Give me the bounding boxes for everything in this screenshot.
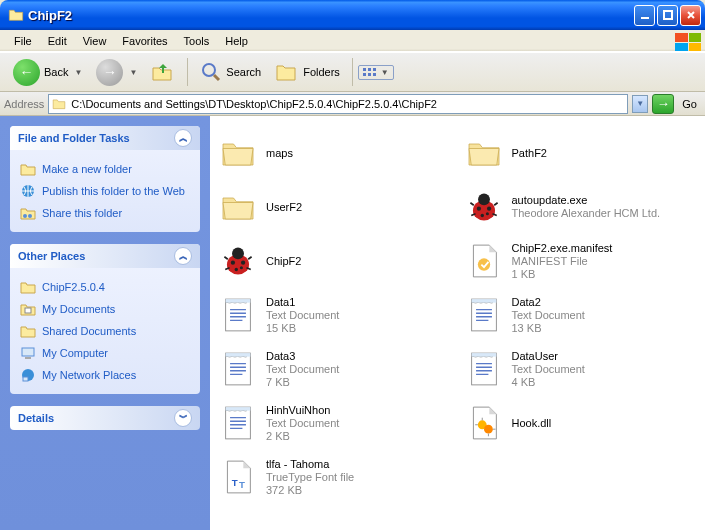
svg-rect-30 — [471, 353, 496, 385]
svg-point-12 — [478, 193, 490, 205]
svg-rect-10 — [23, 377, 28, 381]
file-name: PathF2 — [512, 147, 547, 160]
menu-view[interactable]: View — [75, 33, 115, 49]
file-item[interactable]: DataUserText Document4 KB — [462, 344, 700, 394]
file-item[interactable]: TTtlfa - TahomaTrueType Font file372 KB — [216, 452, 454, 502]
svg-point-21 — [235, 268, 238, 271]
place-item[interactable]: My Computer — [20, 342, 190, 364]
back-button[interactable]: ← Back ▼ — [6, 55, 89, 90]
go-label: Go — [678, 98, 701, 110]
file-item[interactable]: Hook.dll — [462, 398, 700, 448]
svg-rect-27 — [471, 299, 496, 303]
menu-bar: File Edit View Favorites Tools Help — [0, 30, 705, 52]
svg-point-16 — [485, 212, 488, 215]
file-folder-tasks-header[interactable]: File and Folder Tasks ︽ — [10, 126, 200, 150]
close-button[interactable] — [680, 5, 701, 26]
task-label: Publish this folder to the Web — [42, 185, 185, 197]
folder-icon — [20, 161, 36, 177]
svg-point-2 — [203, 64, 215, 76]
address-dropdown[interactable]: ▼ — [632, 95, 648, 113]
go-button[interactable]: → — [652, 94, 674, 114]
file-item[interactable]: ChipF2.exe.manifestMANIFEST File1 KB — [462, 236, 700, 286]
svg-point-18 — [232, 247, 244, 259]
expand-icon: ︾ — [174, 409, 192, 427]
file-item[interactable]: HinhVuiNhonText Document2 KB — [216, 398, 454, 448]
network-icon — [20, 367, 36, 383]
other-places-panel: Other Places ︽ ChipF2.5.0.4My DocumentsS… — [10, 244, 200, 394]
svg-rect-29 — [226, 353, 251, 357]
svg-point-14 — [486, 207, 490, 211]
task-item[interactable]: Share this folder — [20, 202, 190, 224]
file-name: tlfa - Tahoma — [266, 458, 354, 471]
place-item[interactable]: My Documents — [20, 298, 190, 320]
search-label: Search — [226, 66, 261, 78]
svg-rect-0 — [641, 17, 649, 19]
menu-help[interactable]: Help — [217, 33, 256, 49]
forward-button[interactable]: → ▼ — [89, 55, 144, 90]
task-label: Share this folder — [42, 207, 122, 219]
share-icon — [20, 205, 36, 221]
file-item[interactable]: autoupdate.exeTheodore Alexander HCM Ltd… — [462, 182, 700, 232]
text-icon — [464, 295, 504, 335]
bug-icon — [464, 187, 504, 227]
panel-title: Other Places — [18, 250, 85, 262]
task-label: My Computer — [42, 347, 108, 359]
file-name: Hook.dll — [512, 417, 552, 430]
file-item[interactable]: ChipF2 — [216, 236, 454, 286]
address-input[interactable] — [67, 98, 625, 110]
task-item[interactable]: Publish this folder to the Web — [20, 180, 190, 202]
folders-button[interactable]: Folders — [268, 58, 347, 86]
svg-point-23 — [477, 258, 489, 270]
folder-icon — [51, 97, 67, 111]
details-header[interactable]: Details ︾ — [10, 406, 200, 430]
place-item[interactable]: Shared Documents — [20, 320, 190, 342]
menu-favorites[interactable]: Favorites — [114, 33, 175, 49]
file-subtext: Text Document — [266, 417, 339, 430]
file-item[interactable]: Data3Text Document7 KB — [216, 344, 454, 394]
other-places-header[interactable]: Other Places ︽ — [10, 244, 200, 268]
menu-edit[interactable]: Edit — [40, 33, 75, 49]
task-label: Shared Documents — [42, 325, 136, 337]
file-item[interactable]: Data1Text Document15 KB — [216, 290, 454, 340]
body: File and Folder Tasks ︽ Make a new folde… — [0, 116, 705, 530]
separator — [352, 58, 353, 86]
search-button[interactable]: Search — [193, 57, 268, 87]
task-label: Make a new folder — [42, 163, 132, 175]
place-item[interactable]: ChipF2.5.0.4 — [20, 276, 190, 298]
file-item[interactable]: Data2Text Document13 KB — [462, 290, 700, 340]
file-subtext: MANIFEST File — [512, 255, 613, 268]
folder-icon — [20, 323, 36, 339]
svg-point-19 — [231, 261, 235, 265]
svg-point-4 — [23, 214, 27, 218]
minimize-button[interactable] — [634, 5, 655, 26]
address-input-wrapper[interactable] — [48, 94, 628, 114]
file-item[interactable]: maps — [216, 128, 454, 178]
text-icon — [218, 403, 258, 443]
folder-icon — [218, 187, 258, 227]
folder-icon — [20, 279, 36, 295]
font-icon: TT — [218, 457, 258, 497]
forward-dropdown-icon[interactable]: ▼ — [129, 68, 137, 77]
task-label: ChipF2.5.0.4 — [42, 281, 105, 293]
file-item[interactable]: UserF2 — [216, 182, 454, 232]
task-item[interactable]: Make a new folder — [20, 158, 190, 180]
svg-point-20 — [241, 261, 245, 265]
bug-icon — [218, 241, 258, 281]
menu-file[interactable]: File — [6, 33, 40, 49]
file-subtext: Text Document — [266, 309, 339, 322]
sidebar: File and Folder Tasks ︽ Make a new folde… — [0, 116, 210, 530]
menu-tools[interactable]: Tools — [176, 33, 218, 49]
place-item[interactable]: My Network Places — [20, 364, 190, 386]
globe-icon — [20, 183, 36, 199]
file-name: Data3 — [266, 350, 339, 363]
collapse-icon: ︽ — [174, 129, 192, 147]
back-dropdown-icon[interactable]: ▼ — [74, 68, 82, 77]
file-item[interactable]: PathF2 — [462, 128, 700, 178]
up-button[interactable] — [144, 56, 182, 88]
svg-point-5 — [28, 214, 32, 218]
svg-rect-33 — [226, 407, 251, 411]
back-label: Back — [44, 66, 68, 78]
views-button[interactable]: ▼ — [358, 65, 394, 80]
file-name: UserF2 — [266, 201, 302, 214]
maximize-button[interactable] — [657, 5, 678, 26]
